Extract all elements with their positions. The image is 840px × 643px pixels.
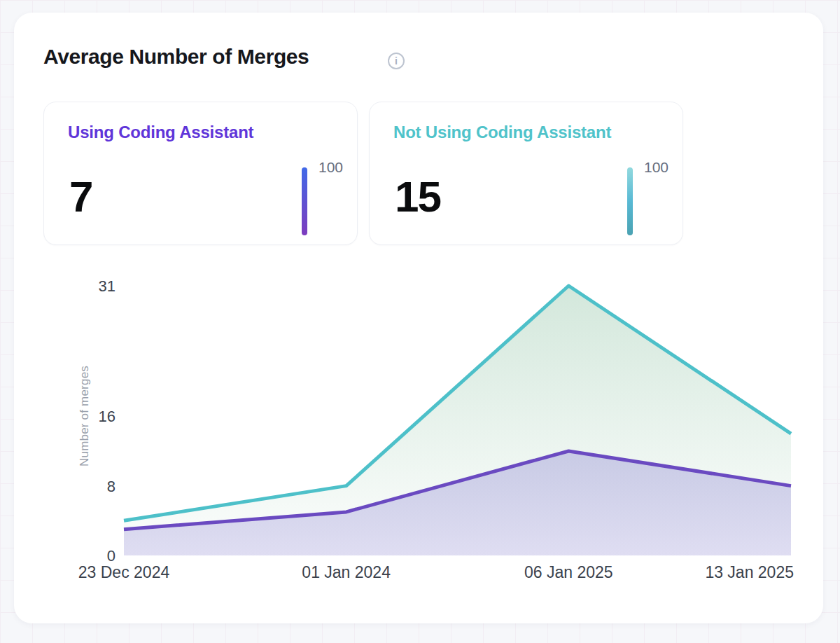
y-tick-label: 8 [107,478,115,495]
x-tick-label: 13 Jan 2025 [705,563,794,581]
dashboard-card: Average Number of Merges i Using Coding … [14,13,823,623]
y-tick-label: 0 [107,547,115,565]
x-tick-label: 06 Jan 2025 [524,563,613,581]
page-background: Average Number of Merges i Using Coding … [0,0,840,643]
y-tick-label: 31 [99,277,115,295]
x-tick-label: 01 Jan 2024 [302,563,391,581]
x-tick-label: 23 Dec 2024 [78,563,170,581]
y-tick-label: 16 [99,408,115,425]
merges-area-chart: 08163123 Dec 202401 Jan 202406 Jan 20251… [14,13,823,623]
y-axis-title: Number of merges [78,366,92,466]
